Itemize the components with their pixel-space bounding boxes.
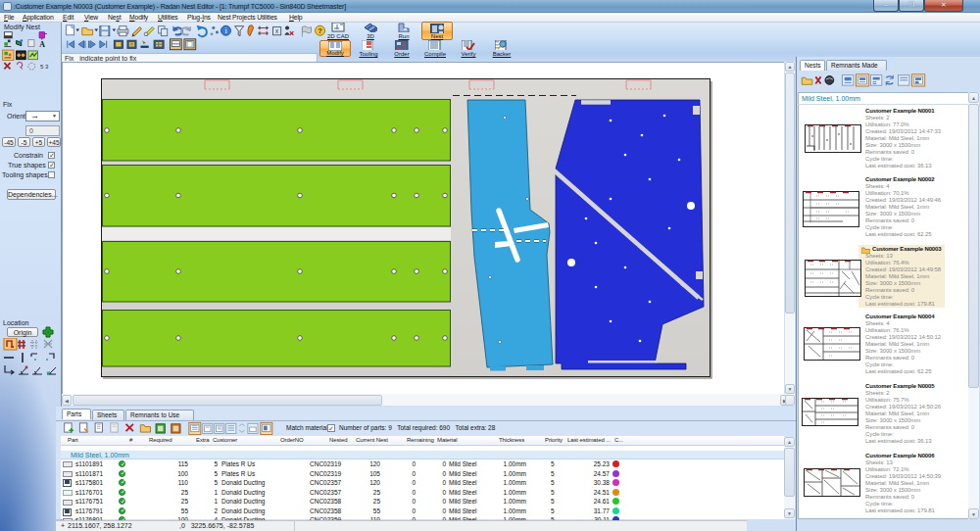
svg-text:5 3: 5 3 [40,63,49,70]
svg-text:A: A [39,40,45,49]
